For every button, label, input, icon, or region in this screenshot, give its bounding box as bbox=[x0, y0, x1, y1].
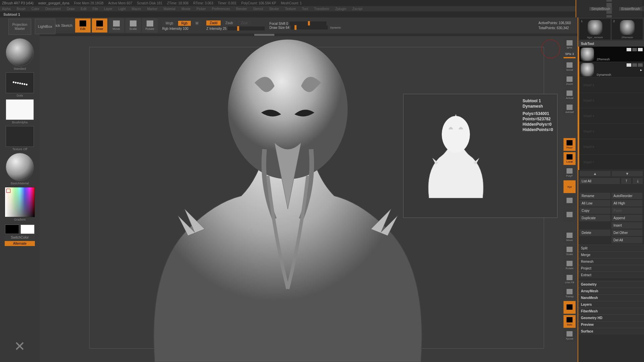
menu-light[interactable]: Light bbox=[118, 7, 126, 11]
subtool-empty-slot[interactable]: Shpell 2 bbox=[579, 77, 644, 93]
menu-draw[interactable]: Draw bbox=[67, 7, 74, 11]
color-swatch-secondary[interactable] bbox=[5, 225, 19, 234]
preview-section[interactable]: Preview bbox=[578, 321, 644, 328]
autoreorder-button[interactable]: AutoReorder bbox=[611, 193, 642, 199]
menu-zscript[interactable]: Zscript bbox=[352, 7, 362, 11]
menu-stencil[interactable]: Stencil bbox=[253, 7, 263, 11]
solo-button[interactable]: Solo bbox=[564, 315, 576, 328]
rgb-intensity-slider[interactable]: Rgb Intensity 100 bbox=[162, 27, 202, 31]
gradient-label[interactable]: Gradient bbox=[14, 218, 26, 221]
rotate-button[interactable]: Rotate bbox=[142, 18, 158, 33]
spix-label[interactable]: SPix 3 bbox=[564, 52, 576, 56]
menu-material[interactable]: Material bbox=[164, 7, 176, 11]
listall-button[interactable]: List All bbox=[580, 178, 620, 184]
tool-preview-2[interactable]: 2 ZRemesh bbox=[612, 19, 643, 40]
actual-button[interactable]: Actual bbox=[564, 88, 576, 101]
scroll-button[interactable]: Scroll bbox=[564, 60, 576, 73]
menu-render[interactable]: Render bbox=[236, 7, 247, 11]
menu-marker[interactable]: Marker bbox=[147, 7, 157, 11]
subtool-section-header[interactable]: SubTool bbox=[578, 41, 644, 47]
projection-master-button[interactable]: Projection Master bbox=[8, 19, 31, 35]
subtool-item-2[interactable]: Dynamesh ▸ bbox=[579, 62, 644, 77]
frame-button[interactable] bbox=[564, 208, 576, 221]
subtool-empty-slot[interactable]: Shpell 4 bbox=[579, 108, 644, 124]
eye-icon[interactable] bbox=[638, 48, 643, 51]
move-down-button[interactable]: ▼ bbox=[612, 171, 643, 176]
xpose-button[interactable]: Xpose bbox=[564, 329, 576, 342]
rgb-button[interactable]: Rgb bbox=[178, 21, 191, 26]
move-button[interactable]: Move bbox=[109, 18, 124, 33]
duplicate-button[interactable]: Duplicate bbox=[580, 215, 610, 221]
polyf-button[interactable]: PolyF bbox=[564, 166, 576, 179]
linefill-button[interactable]: Line Fill bbox=[564, 273, 576, 286]
geometryhd-section[interactable]: Geometry HD bbox=[578, 314, 644, 321]
z-intensity-slider[interactable]: Z Intensity 25 bbox=[206, 26, 265, 31]
visibility-icon[interactable] bbox=[627, 48, 631, 51]
project-section[interactable]: Project bbox=[578, 265, 644, 272]
menu-macro[interactable]: Macro bbox=[132, 7, 141, 11]
arraymesh-section[interactable]: ArrayMesh bbox=[578, 288, 644, 294]
viewport-canvas[interactable]: Subtool 1 Dynamesh Polys=534001 Points=5… bbox=[40, 36, 578, 362]
menu-texture[interactable]: Texture bbox=[285, 7, 296, 11]
shelf-scrollbar[interactable] bbox=[40, 34, 578, 36]
zoom-button[interactable]: Zoom bbox=[564, 74, 576, 87]
menu-preferences[interactable]: Preferences bbox=[212, 7, 230, 11]
menu-alpha[interactable]: Alpha bbox=[2, 7, 11, 11]
draw-size-slider[interactable]: Draw Size 64 Dynamic bbox=[269, 25, 342, 29]
insert-button[interactable]: Insert bbox=[611, 222, 642, 229]
material-preview[interactable] bbox=[6, 153, 34, 181]
menu-movie[interactable]: Movie bbox=[181, 7, 191, 11]
menu-edit[interactable]: Edit bbox=[81, 7, 87, 11]
eye-icon[interactable] bbox=[638, 63, 643, 67]
menu-document[interactable]: Document bbox=[46, 7, 61, 11]
menu-layer[interactable]: Layer bbox=[104, 7, 112, 11]
bpr-button[interactable]: BPR bbox=[564, 38, 576, 51]
dynamic-button[interactable]: Dynamic bbox=[329, 26, 342, 29]
persp-button[interactable] bbox=[564, 194, 576, 207]
local-button[interactable]: Local bbox=[564, 152, 576, 165]
transp-button[interactable]: Transp bbox=[564, 287, 576, 300]
aahalf-button[interactable]: AAHalf bbox=[564, 103, 576, 115]
menu-tool[interactable]: Tool bbox=[302, 7, 308, 11]
subtool-empty-slot[interactable]: Shpell 3 bbox=[579, 93, 644, 108]
switchcolor-button[interactable]: SwitchColor bbox=[5, 235, 35, 240]
subtool-empty-slot[interactable]: Shpell 5 bbox=[579, 124, 644, 139]
ghost-button[interactable] bbox=[564, 301, 576, 314]
nav-rotate-button[interactable]: Rotate bbox=[564, 259, 576, 272]
mrgb-button[interactable]: Mrgb bbox=[162, 21, 177, 26]
scale-button[interactable]: Scale bbox=[125, 18, 141, 33]
nav-move-button[interactable]: Move bbox=[564, 231, 576, 243]
edit-button[interactable]: Edit bbox=[75, 18, 91, 33]
subtool-empty-slot[interactable]: Shpell 6 bbox=[579, 139, 644, 155]
delall-button[interactable]: Del All bbox=[611, 237, 642, 243]
split-section[interactable]: Split bbox=[578, 245, 644, 251]
zcut-button[interactable]: Zcut bbox=[237, 20, 251, 25]
alllow-button[interactable]: All Low bbox=[580, 200, 610, 206]
geometry-section[interactable]: Geometry bbox=[578, 281, 644, 288]
copy-button[interactable]: Copy bbox=[580, 207, 610, 214]
merge-section[interactable]: Merge bbox=[578, 251, 644, 258]
move-up-button[interactable]: ▲ bbox=[580, 171, 610, 176]
menu-transform[interactable]: Transform bbox=[314, 7, 329, 11]
move-bottom-button[interactable]: ⤓ bbox=[633, 178, 643, 184]
brush-preview[interactable] bbox=[6, 38, 34, 66]
delete-button[interactable]: Delete bbox=[580, 230, 610, 236]
tool-preview-1[interactable]: 1 figur_remesh bbox=[580, 19, 610, 40]
menu-zplugin[interactable]: Zplugin bbox=[335, 7, 346, 11]
remesh-section[interactable]: Remesh bbox=[578, 258, 644, 265]
surface-section[interactable]: Surface bbox=[578, 328, 644, 335]
texture-preview[interactable] bbox=[6, 126, 34, 147]
alpha-preview[interactable] bbox=[6, 99, 34, 120]
zadd-button[interactable]: Zadd bbox=[206, 20, 221, 25]
extract-section[interactable]: Extract bbox=[578, 272, 644, 278]
nav-scale-button[interactable]: Scale bbox=[564, 245, 576, 257]
m-button[interactable]: M bbox=[192, 21, 202, 26]
color-swatch-primary[interactable] bbox=[20, 225, 35, 234]
paste-button[interactable]: Paste bbox=[611, 207, 642, 214]
color-picker[interactable] bbox=[5, 187, 35, 217]
delother-button[interactable]: Del Other bbox=[611, 230, 642, 236]
subtool-item-1[interactable]: ZRemesh bbox=[579, 47, 644, 62]
rename-button[interactable]: Rename bbox=[580, 193, 610, 199]
floor-button[interactable]: Floor bbox=[564, 138, 576, 151]
polypaint-icon[interactable] bbox=[632, 48, 637, 51]
